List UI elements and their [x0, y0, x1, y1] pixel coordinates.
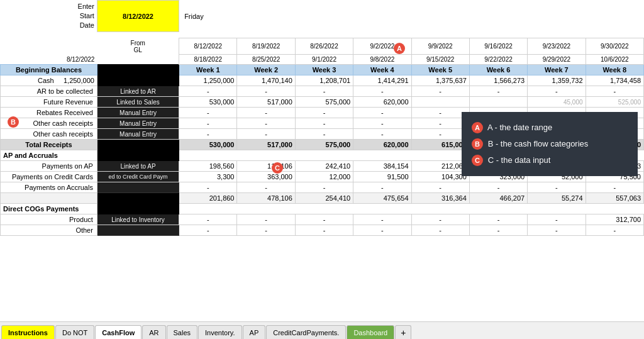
enter-label: EnterStartDate	[1, 1, 97, 32]
rebates-linked: Manual Entry	[97, 108, 179, 118]
week1-header: Week 1	[179, 65, 237, 75]
beginning-balances-label: Beginning Balances	[1, 65, 97, 75]
tab-instructions[interactable]: Instructions	[1, 325, 55, 339]
ar-row: AR to be collected Linked to AR - - - - …	[1, 86, 644, 97]
pcc-w3: 91,500	[353, 172, 411, 182]
cash-w3: 1,208,701	[295, 75, 353, 86]
product-linked: Linked to Inventory	[97, 214, 179, 225]
other-cogs-label: Other	[1, 225, 97, 236]
ap-subtotal-row: 201,860 478,106 254,410 475,654 316,364 …	[1, 193, 644, 204]
week5-header: Week 5	[411, 65, 469, 75]
tab-add[interactable]: +	[395, 325, 411, 339]
fr-w3: 575,000	[295, 97, 353, 108]
apst-w5: 466,207	[469, 193, 527, 204]
ar-w1: -	[179, 86, 237, 97]
date2-w6: 9/22/2022	[469, 55, 527, 65]
cash-w8: 1,734,458	[586, 75, 643, 86]
cash-w1: 1,250,000	[179, 75, 237, 86]
product-row: Product Linked to Inventory - - - - - - …	[1, 214, 644, 225]
payments-cc-linked: ed to Credit Card Paym	[97, 172, 179, 182]
tab-ap[interactable]: AP	[243, 325, 266, 339]
future-revenue-linked: Linked to Sales	[97, 97, 179, 108]
cash-w2: 1,470,140	[237, 75, 295, 86]
pap-beg: 198,560	[179, 161, 237, 172]
tab-sales[interactable]: Sales	[167, 325, 198, 339]
date-w6-top: 9/16/2022	[469, 38, 527, 55]
date-row2: 8/12/2022 8/18/2022 8/25/2022 9/1/2022 9…	[1, 55, 644, 65]
payments-ap-label: Payments on AP	[1, 161, 97, 172]
fr-w7: 45,000	[528, 97, 586, 108]
fr-w4: 620,000	[353, 97, 411, 108]
product-label: Product	[1, 214, 97, 225]
date2-w3: 9/1/2022	[295, 55, 353, 65]
cash-w4: 1,414,291	[353, 75, 411, 86]
pap-w3: 384,154	[353, 161, 411, 172]
apst-w7: 557,063	[586, 193, 643, 204]
payments-accruals-label: Payments on Accruals	[1, 182, 97, 193]
date-w1-top: 8/12/2022	[179, 38, 237, 55]
from-gl-label: FromGL	[97, 38, 179, 55]
cogs-section-label: Direct COGs Payments	[1, 204, 97, 214]
other-cogs-row: Other - - - - - - - -	[1, 225, 644, 236]
date-w3-top: 8/26/2022	[295, 38, 353, 55]
ar-w8: -	[586, 86, 643, 97]
day-label: Friday	[179, 1, 237, 32]
tab-ar[interactable]: AR	[142, 325, 165, 339]
ar-w2: -	[237, 86, 295, 97]
annotation-a-text: A A - the date range	[472, 119, 628, 136]
other2-linked: Manual Entry	[97, 129, 179, 140]
total-w3: 575,000	[295, 140, 353, 150]
pcc-w1: 363,000	[237, 172, 295, 182]
annotation-b-badge: B	[472, 138, 483, 150]
total-w5: 615,000	[411, 140, 469, 150]
tab-creditcard[interactable]: CreditCardPayments.	[266, 325, 346, 339]
future-revenue-row: Future Revenue Linked to Sales 530,000 5…	[1, 97, 644, 108]
week2-header: Week 2	[237, 65, 295, 75]
future-revenue-label: Future Revenue	[1, 97, 97, 108]
cash-w5: 1,375,637	[411, 75, 469, 86]
apst-w2: 254,410	[295, 193, 353, 204]
rebates-w5: -	[411, 108, 469, 118]
from-gl-row: FromGL 8/12/2022 8/19/2022 8/26/2022 9/2…	[1, 38, 644, 55]
tab-do-not[interactable]: Do NOT	[55, 325, 94, 339]
week4-header: Week 4	[353, 65, 411, 75]
ar-w7: -	[528, 86, 586, 97]
circle-c-badge: C	[272, 162, 283, 174]
tab-cashflow[interactable]: CashFlow	[95, 325, 142, 339]
rebates-w4: -	[353, 108, 411, 118]
apst-w3: 475,654	[353, 193, 411, 204]
ar-label: AR to be collected	[1, 86, 97, 97]
other1-linked: Manual Entry	[97, 118, 179, 129]
ar-w3: -	[295, 86, 353, 97]
spacer-row	[1, 32, 644, 38]
date-w7-top: 9/23/2022	[528, 38, 586, 55]
tab-inventory[interactable]: Inventory.	[198, 325, 242, 339]
week-labels-row: Beginning Balances Week 1 Week 2 Week 3 …	[1, 65, 644, 75]
cash-w6: 1,566,273	[469, 75, 527, 86]
pap-w1: 115,106	[237, 161, 295, 172]
total-w1: 530,000	[179, 140, 237, 150]
date-w8-top: 9/30/2022	[586, 38, 643, 55]
cash-label: Cash 1,250,000	[1, 75, 97, 86]
start-date-cell[interactable]: 8/12/2022	[97, 1, 179, 32]
pap-w4: 212,064	[411, 161, 469, 172]
annotation-c-badge: C	[472, 155, 483, 166]
date2-w8: 10/6/2022	[586, 55, 643, 65]
total-receipts-label: Total Receipts	[1, 140, 97, 150]
date2-w1: 8/18/2022	[179, 55, 237, 65]
fr-w5	[411, 97, 469, 108]
annotation-box: A A - the date range B B - the cash flow…	[462, 112, 638, 176]
week7-header: Week 7	[528, 65, 586, 75]
payments-accruals-row: Payments on Accruals - - - - - - - -	[1, 182, 644, 193]
tab-dashboard[interactable]: Dashboard	[347, 325, 394, 339]
apst-beg: 201,860	[179, 193, 237, 204]
rebates-w2: -	[237, 108, 295, 118]
ar-linked: Linked to AR	[97, 86, 179, 97]
circle-a-badge: A	[394, 43, 405, 54]
cogs-section-header-row: Direct COGs Payments	[1, 204, 644, 214]
fr-w8: 525,000	[586, 97, 643, 108]
payments-cc-label: Payments on Credit Cards	[1, 172, 97, 182]
pap-w2: 242,410	[295, 161, 353, 172]
cash-row: Cash 1,250,000 1,250,000 1,470,140 1,208…	[1, 75, 644, 86]
date-w5-top: 9/9/2022	[411, 38, 469, 55]
